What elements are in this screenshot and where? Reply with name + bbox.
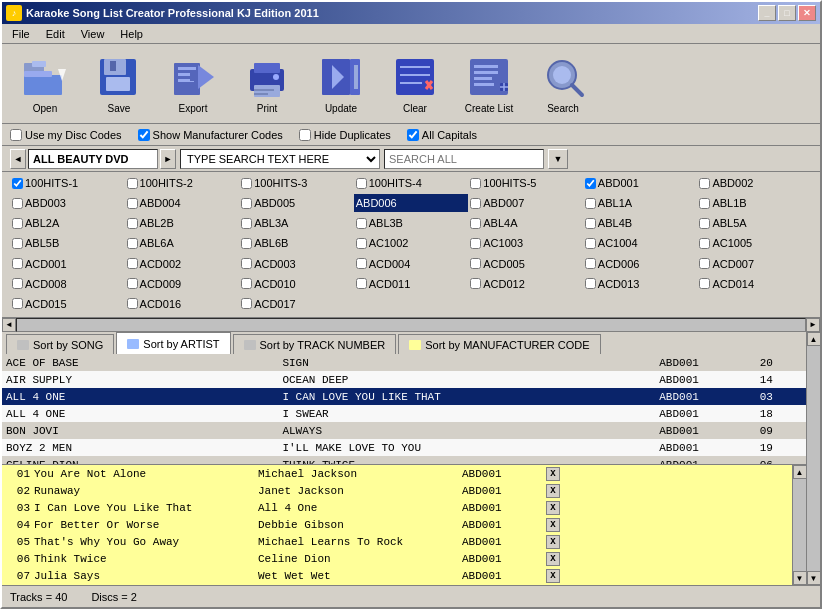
disc-item[interactable]: ACD009 (125, 275, 240, 293)
disc-checkbox[interactable] (241, 238, 252, 249)
menu-view[interactable]: View (73, 26, 113, 42)
disc-checkbox[interactable] (127, 258, 138, 269)
disc-checkbox[interactable] (699, 258, 710, 269)
disc-item[interactable]: ACD014 (697, 275, 812, 293)
tab-sort-artist[interactable]: Sort by ARTIST (116, 332, 230, 354)
disc-item[interactable]: ACD005 (468, 255, 583, 273)
disc-item[interactable]: 100HITS-5 (468, 174, 583, 192)
use-disc-codes-option[interactable]: Use my Disc Codes (10, 129, 122, 141)
disc-item[interactable]: ABL4A (468, 214, 583, 232)
update-button[interactable]: Update (306, 50, 376, 118)
disc-checkbox[interactable] (12, 298, 23, 309)
search-input[interactable] (384, 149, 544, 169)
list-item[interactable]: 03I Can Love You Like ThatAll 4 OneABD00… (2, 499, 792, 516)
menu-help[interactable]: Help (112, 26, 151, 42)
disc-item[interactable]: ACD008 (10, 275, 125, 293)
disc-checkbox[interactable] (127, 198, 138, 209)
table-row[interactable]: CELINE DIONTHINK TWICEABD00106 (2, 456, 806, 464)
minimize-button[interactable]: _ (758, 5, 776, 21)
disc-checkbox[interactable] (585, 198, 596, 209)
show-manufacturer-checkbox[interactable] (138, 129, 150, 141)
disc-checkbox[interactable] (470, 258, 481, 269)
disc-item[interactable]: ACD017 (239, 295, 354, 313)
list-item[interactable]: 05That's Why You Go AwayMichael Learns T… (2, 533, 792, 550)
list-item[interactable]: 08Sweetest DayVanessa WilliamsABD001X (2, 584, 792, 585)
disc-item[interactable]: ACD004 (354, 255, 469, 273)
table-row[interactable]: ALL 4 ONEI CAN LOVE YOU LIKE THATABD0010… (2, 388, 806, 405)
disc-item[interactable]: ABD003 (10, 194, 125, 212)
disc-item[interactable]: AC1003 (468, 234, 583, 252)
disc-item[interactable]: ABD007 (468, 194, 583, 212)
disc-item[interactable]: ABL4B (583, 214, 698, 232)
maximize-button[interactable]: □ (778, 5, 796, 21)
disc-checkbox[interactable] (127, 178, 138, 189)
disc-checkbox[interactable] (585, 258, 596, 269)
disc-checkbox[interactable] (470, 198, 481, 209)
track-remove-button[interactable]: X (546, 518, 560, 532)
disc-checkbox[interactable] (12, 198, 23, 209)
disc-checkbox[interactable] (585, 238, 596, 249)
table-row[interactable]: ACE OF BASESIGNABD00120 (2, 354, 806, 371)
disc-checkbox[interactable] (127, 298, 138, 309)
disc-checkbox[interactable] (241, 298, 252, 309)
scroll-down-button[interactable]: ▼ (793, 571, 807, 585)
track-remove-button[interactable]: X (546, 467, 560, 481)
disc-checkbox[interactable] (356, 258, 367, 269)
menu-edit[interactable]: Edit (38, 26, 73, 42)
search-toolbar-button[interactable]: Search (528, 50, 598, 118)
disc-item[interactable]: ACD001 (10, 255, 125, 273)
disc-item[interactable]: ACD013 (583, 275, 698, 293)
disc-item[interactable]: 100HITS-3 (239, 174, 354, 192)
show-manufacturer-option[interactable]: Show Manufacturer Codes (138, 129, 283, 141)
disc-item[interactable]: ABD001 (583, 174, 698, 192)
track-remove-button[interactable]: X (546, 535, 560, 549)
scroll-left-button[interactable]: ◄ (2, 318, 16, 332)
disc-checkbox[interactable] (356, 278, 367, 289)
disc-checkbox[interactable] (585, 178, 596, 189)
disc-item[interactable]: ACD006 (583, 255, 698, 273)
disc-item[interactable]: AC1002 (354, 234, 469, 252)
disc-item[interactable]: ABD005 (239, 194, 354, 212)
disc-checkbox[interactable] (127, 238, 138, 249)
hide-duplicates-option[interactable]: Hide Duplicates (299, 129, 391, 141)
table-row[interactable]: BON JOVIALWAYSABD00109 (2, 422, 806, 439)
close-button[interactable]: ✕ (798, 5, 816, 21)
disc-checkbox[interactable] (241, 218, 252, 229)
save-button[interactable]: Save (84, 50, 154, 118)
disc-item[interactable]: ABL2B (125, 214, 240, 232)
disc-item[interactable]: AC1005 (697, 234, 812, 252)
disc-item[interactable]: ACD003 (239, 255, 354, 273)
disc-item[interactable]: ABL3A (239, 214, 354, 232)
list-item[interactable]: 04For Better Or WorseDebbie GibsonABD001… (2, 516, 792, 533)
disc-item[interactable]: ABL1B (697, 194, 812, 212)
disc-item[interactable]: 100HITS-4 (354, 174, 469, 192)
disc-item[interactable]: ABD006 (354, 194, 469, 212)
disc-item[interactable]: ABL1A (583, 194, 698, 212)
main-scroll-down[interactable]: ▼ (807, 571, 821, 585)
disc-checkbox[interactable] (241, 278, 252, 289)
disc-checkbox[interactable] (127, 278, 138, 289)
disc-checkbox[interactable] (356, 178, 367, 189)
clear-button[interactable]: Clear (380, 50, 450, 118)
list-item[interactable]: 02RunawayJanet JacksonABD001X (2, 482, 792, 499)
list-item[interactable]: 06Think TwiceCeline DionABD001X (2, 550, 792, 567)
disc-checkbox[interactable] (470, 238, 481, 249)
tab-sort-track[interactable]: Sort by TRACK NUMBER (233, 334, 397, 354)
disc-item[interactable]: ACD016 (125, 295, 240, 313)
all-capitals-option[interactable]: All Capitals (407, 129, 477, 141)
disc-item[interactable]: AC1004 (583, 234, 698, 252)
disc-checkbox[interactable] (470, 218, 481, 229)
disc-item[interactable]: ABL5A (697, 214, 812, 232)
scroll-track-v[interactable] (793, 479, 807, 571)
disc-checkbox[interactable] (699, 198, 710, 209)
disc-checkbox[interactable] (241, 258, 252, 269)
disc-checkbox[interactable] (12, 258, 23, 269)
disc-checkbox[interactable] (699, 238, 710, 249)
track-remove-button[interactable]: X (546, 569, 560, 583)
table-row[interactable]: ALL 4 ONEI SWEARABD00118 (2, 405, 806, 422)
export-button[interactable]: Export (158, 50, 228, 118)
main-scroll-track[interactable] (807, 346, 821, 571)
disc-item[interactable]: ABD002 (697, 174, 812, 192)
open-button[interactable]: Open (10, 50, 80, 118)
disc-item[interactable]: ACD011 (354, 275, 469, 293)
